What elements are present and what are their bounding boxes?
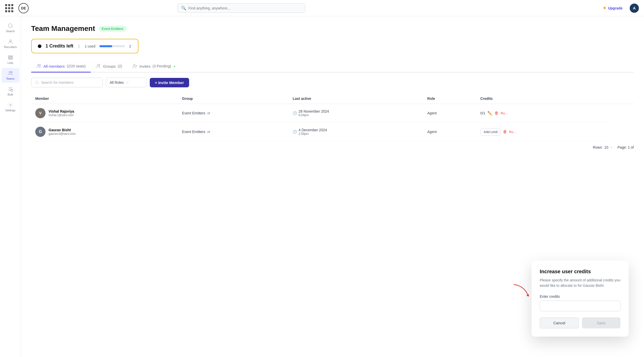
bulk-icon (8, 86, 13, 92)
grid-icon[interactable] (5, 4, 13, 12)
credits-actions-cell: Add Limit 🗑 Ro... (476, 123, 609, 141)
search-icon (8, 23, 13, 29)
clock-icon: 🕐 (293, 111, 297, 115)
credits-left-text: 1 Credits left (45, 43, 73, 49)
col-group: Group (178, 93, 289, 104)
transfer-icon[interactable]: ⇄ (207, 130, 210, 134)
role-cell: Agent (423, 104, 476, 123)
remove-label[interactable]: Ro... (509, 130, 516, 134)
group-name: Event Emitters (182, 130, 205, 134)
svg-point-9 (38, 64, 39, 66)
credits-divider: | (78, 44, 79, 49)
credits-value: 0/1 (480, 111, 485, 115)
col-actions (609, 93, 634, 104)
panel-input-label: Enter credits (540, 294, 620, 299)
last-active-date: 28 November 2024 (298, 109, 329, 113)
chevron-down-icon (126, 81, 129, 84)
svg-point-0 (8, 24, 12, 28)
chevron-down-icon (610, 146, 613, 149)
sidebar-item-search[interactable]: Search (2, 20, 19, 35)
member-email: vishal.r@sarv.com (49, 113, 74, 117)
person-icon (8, 39, 13, 44)
toolbar: All Roles + Invite Member (31, 78, 634, 87)
credits-used-label: 1 used (85, 44, 95, 48)
sidebar-item-teams[interactable]: Teams (2, 68, 19, 83)
member-search-wrap[interactable] (31, 78, 103, 87)
svg-point-1 (9, 40, 11, 42)
last-active-cell: 🕐 4 December 2024 2:58pm (289, 123, 423, 141)
role-select[interactable]: All Roles (106, 78, 147, 87)
gear-icon (8, 102, 13, 108)
rows-select[interactable]: Rows: 10 (593, 145, 613, 149)
list-icon (8, 55, 13, 60)
credits-progress-bar (99, 45, 125, 47)
page-title: Team Management (31, 25, 95, 33)
remove-label[interactable]: Ro... (501, 111, 508, 115)
svg-point-11 (97, 64, 98, 66)
sidebar-item-settings[interactable]: Settings (2, 100, 19, 114)
upgrade-button[interactable]: ✦ Upgrade (599, 3, 627, 13)
global-search-input[interactable] (188, 6, 301, 10)
col-member: Member (31, 93, 178, 104)
role-value: Agent (427, 130, 437, 134)
table-row: G Gaurav Bisht gaurav.b@sarv.com Event E… (31, 123, 634, 141)
delete-icon[interactable]: 🗑 (503, 129, 507, 134)
svg-rect-2 (8, 56, 13, 57)
last-active-time: 6:04pm (298, 113, 329, 117)
add-limit-button[interactable]: Add Limit (480, 128, 501, 136)
member-name: Vishal Rajoriya (49, 109, 74, 113)
global-search-bar[interactable]: 🔍 (177, 3, 305, 13)
sidebar-item-lists[interactable]: Lists (2, 52, 19, 67)
sidebar: Search Recruiters Lists Teams Bulk Setti… (0, 16, 21, 357)
delete-icon[interactable]: 🗑 (494, 111, 499, 115)
svg-point-12 (99, 64, 100, 66)
tab-invites[interactable]: Invites (3 Pending) ● (127, 61, 180, 73)
group-cell: Event Emitters ⇄ (178, 104, 289, 123)
team-badge: Event Emitters (99, 26, 126, 32)
col-last-active: Last active (289, 93, 423, 104)
topbar-right: ✦ Upgrade A (599, 3, 639, 13)
svg-point-5 (9, 72, 10, 73)
member-cell: G Gaurav Bisht gaurav.b@sarv.com (31, 123, 178, 141)
role-cell: Agent (423, 123, 476, 141)
page-header: Team Management Event Emitters (31, 25, 634, 33)
member-name: Gaurav Bisht (49, 128, 76, 132)
pagination: Rows: 10 Page: 1 of (31, 145, 634, 149)
save-button[interactable]: Save (582, 317, 620, 328)
invite-member-button[interactable]: + Invite Member (150, 78, 189, 87)
members-icon (36, 64, 41, 69)
svg-rect-4 (8, 58, 13, 60)
arrow-indicator (511, 282, 532, 298)
credits-total: 2 (129, 44, 131, 48)
member-search-input[interactable] (41, 80, 99, 85)
tab-all-members[interactable]: All members (2/20 seats) (31, 61, 91, 73)
credits-card: 1 Credits left | 1 used 2 (31, 39, 139, 53)
teams-icon (8, 70, 13, 76)
sidebar-item-bulk[interactable]: Bulk (2, 84, 19, 99)
credits-input[interactable] (540, 301, 620, 311)
edit-credits-icon[interactable]: ✏️ (487, 111, 492, 116)
col-role: Role (423, 93, 476, 104)
member-cell: V Vishal Rajoriya vishal.r@sarv.com (31, 104, 178, 123)
app-logo: DE (18, 3, 29, 13)
svg-point-6 (11, 72, 12, 73)
cancel-button[interactable]: Cancel (540, 317, 579, 328)
search-icon: 🔍 (181, 6, 186, 10)
last-active-date: 4 December 2024 (298, 128, 327, 132)
tabs: All members (2/20 seats) Groups (2) Invi… (31, 61, 634, 73)
last-active-cell: 🕐 28 November 2024 6:04pm (289, 104, 423, 123)
member-email: gaurav.b@sarv.com (49, 132, 76, 136)
search-icon-small (35, 80, 39, 85)
credits-dot-icon (38, 44, 41, 48)
transfer-icon[interactable]: ⇄ (207, 111, 210, 115)
svg-point-13 (133, 64, 135, 66)
sidebar-item-recruiters[interactable]: Recruiters (2, 36, 19, 51)
credits-bar-fill (99, 45, 112, 47)
tab-groups[interactable]: Groups (2) (91, 61, 127, 73)
avatar[interactable]: A (630, 4, 639, 13)
clock-icon: 🕐 (293, 130, 297, 134)
svg-point-16 (36, 81, 38, 84)
invites-icon (132, 64, 137, 69)
group-cell: Event Emitters ⇄ (178, 123, 289, 141)
col-credits: Credits (476, 93, 609, 104)
